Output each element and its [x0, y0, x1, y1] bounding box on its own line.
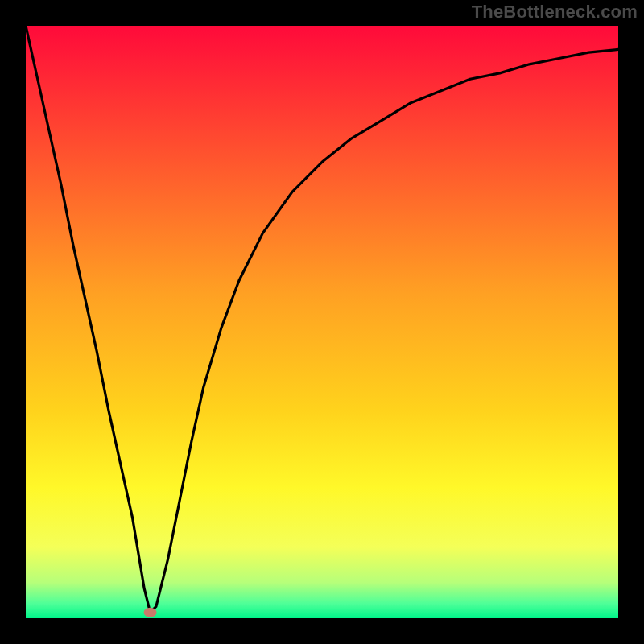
watermark-text: TheBottleneck.com: [472, 2, 638, 23]
optimal-point-marker: [144, 608, 157, 617]
gradient-background: [26, 26, 618, 618]
chart-frame: TheBottleneck.com: [0, 0, 644, 644]
plot-outer: [26, 26, 618, 618]
plot-svg: [26, 26, 618, 618]
